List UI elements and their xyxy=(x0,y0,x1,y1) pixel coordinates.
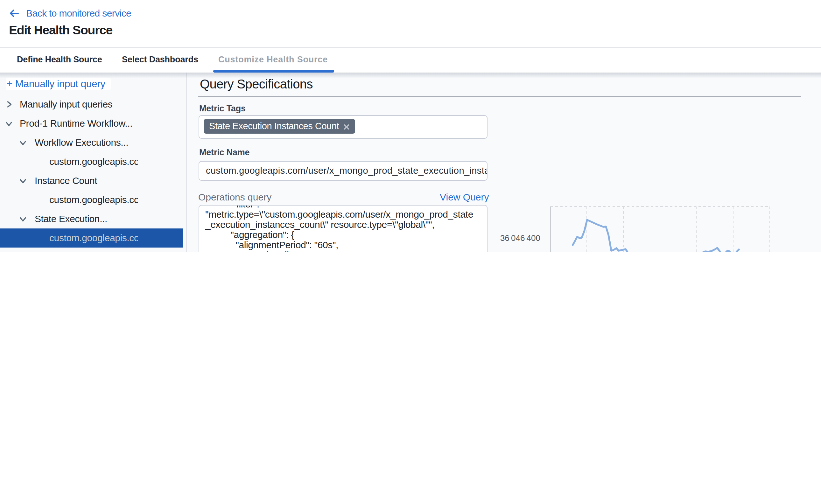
svg-text:36 046 400: 36 046 400 xyxy=(500,233,540,243)
